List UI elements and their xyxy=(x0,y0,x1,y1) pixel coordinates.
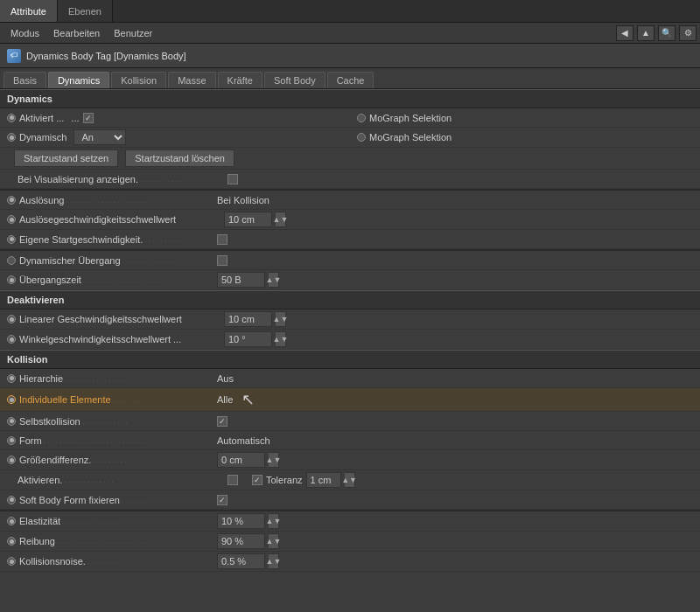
ausloesung-value: Bei Kollision xyxy=(217,195,270,205)
dynamisch-radio[interactable] xyxy=(7,133,16,142)
softbody-label-group: Soft Body Form fixieren ......... xyxy=(7,495,217,505)
dyn-uebergang-label-group: Dynamischer Übergang ................ xyxy=(7,255,217,266)
uebergangszeit-value: 50 B ▲▼ xyxy=(217,272,279,288)
toleranz-spin-btn[interactable]: ▲▼ xyxy=(345,472,355,488)
reibung-spin-btn[interactable]: ▲▼ xyxy=(269,533,279,549)
ausloesegeschw-radio[interactable] xyxy=(7,215,16,224)
search-icon[interactable]: 🔍 xyxy=(658,25,676,41)
kollisionsnoise-spin-btn[interactable]: ▲▼ xyxy=(269,553,279,569)
ausloesegeschw-spin-btn[interactable]: ▲▼ xyxy=(276,212,286,227)
form-label: Form xyxy=(19,435,42,446)
tab-softbody[interactable]: Soft Body xyxy=(264,72,326,88)
elastizitaet-spin-btn[interactable]: ▲▼ xyxy=(269,513,279,529)
tab-cache[interactable]: Cache xyxy=(327,72,374,88)
tab-kraefte[interactable]: Kräfte xyxy=(218,72,262,88)
tag-icon: 🏷 xyxy=(7,49,21,63)
winkel-spin-btn[interactable]: ▲▼ xyxy=(276,331,286,347)
reibung-label-group: Reibung ........................ xyxy=(7,536,217,546)
individuelle-label-group: Individuelle Elemente ........ xyxy=(7,394,217,405)
individuelle-radio[interactable] xyxy=(7,395,16,404)
settings-icon[interactable]: ⚙ xyxy=(679,25,696,41)
uebergangszeit-row: Übergangszeit ..................... 50 B… xyxy=(0,270,700,290)
tab-masse[interactable]: Masse xyxy=(168,72,215,88)
ausloesegeschw-spin[interactable]: 10 cm xyxy=(224,212,272,227)
tab-basis[interactable]: Basis xyxy=(4,72,46,88)
selbstkollision-checkbox[interactable] xyxy=(217,416,228,427)
toleranz-spin[interactable]: 1 cm xyxy=(306,472,341,488)
mograph1-radio[interactable] xyxy=(357,114,366,122)
hierarchie-radio[interactable] xyxy=(7,374,16,383)
form-text: Automatisch xyxy=(217,435,270,446)
dynamisch-dropdown[interactable]: An Aus xyxy=(74,129,126,145)
kollisionsnoise-spin[interactable]: 0.5 % xyxy=(217,553,265,569)
reibung-spin[interactable]: 90 % xyxy=(217,533,265,549)
softbody-checkbox[interactable] xyxy=(217,495,228,505)
groessendiff-spin[interactable]: 0 cm xyxy=(217,452,265,468)
dynamisch-row: Dynamisch An Aus MoGraph Selektion xyxy=(0,128,700,148)
eigene-start-label: Eigene Startgeschwindigkeit. xyxy=(19,234,143,245)
linear-radio[interactable] xyxy=(7,315,16,323)
selbstkollision-label: Selbstkollision xyxy=(19,416,80,427)
menu-icon-group: ◀ ▲ 🔍 ⚙ xyxy=(616,25,696,41)
reibung-radio[interactable] xyxy=(7,537,16,546)
tab-kollision[interactable]: Kollision xyxy=(111,72,166,88)
menu-modus[interactable]: Modus xyxy=(4,26,46,40)
aktiviert-row: Aktiviert ... ... MoGraph Selektion xyxy=(0,108,700,128)
linear-label-group: Linearer Geschwindigkeitsschwellwert xyxy=(7,314,217,324)
ausloesung-radio[interactable] xyxy=(7,196,16,205)
startzustand-loeschen-button[interactable]: Startzustand löschen xyxy=(125,150,234,167)
ausloesung-text: Bei Kollision xyxy=(217,195,270,205)
triangle-icon[interactable]: ▲ xyxy=(637,25,654,41)
startzustand-setzen-button[interactable]: Startzustand setzen xyxy=(14,150,118,167)
menu-bearbeiten[interactable]: Bearbeiten xyxy=(46,26,107,40)
uebergangszeit-label: Übergangszeit xyxy=(19,275,81,285)
back-icon[interactable]: ◀ xyxy=(616,25,634,41)
tab-attribute[interactable]: Attribute xyxy=(0,0,58,22)
aktiviert-checkbox[interactable] xyxy=(83,113,94,123)
dyn-uebergang-checkbox[interactable] xyxy=(217,255,228,266)
kollisionsnoise-row: Kollisionsnoise. ......... 0.5 % ▲▼ xyxy=(0,552,700,572)
softbody-row: Soft Body Form fixieren ......... xyxy=(0,490,700,510)
ausloesegeschw-value: 10 cm ▲▼ xyxy=(224,212,286,227)
individuelle-text: Alle xyxy=(217,394,233,405)
eigene-start-radio[interactable] xyxy=(7,235,16,244)
kollisionsnoise-radio[interactable] xyxy=(7,557,16,566)
uebergangszeit-spin-btn[interactable]: ▲▼ xyxy=(269,272,279,288)
visualisierung-checkbox[interactable] xyxy=(228,174,238,184)
tab-dynamics[interactable]: Dynamics xyxy=(48,72,109,88)
hierarchie-row: Hierarchie ................ Aus xyxy=(0,369,700,388)
winkel-spin[interactable]: 10 ° xyxy=(224,331,272,347)
elastizitaet-spin[interactable]: 10 % xyxy=(217,513,265,529)
elastizitaet-label-group: Elastizität ................. xyxy=(7,516,217,526)
linear-spin-btn[interactable]: ▲▼ xyxy=(276,311,286,327)
dyn-uebergang-value xyxy=(217,255,228,266)
mograph1-cell: MoGraph Selektion xyxy=(357,113,693,123)
eigene-start-row: Eigene Startgeschwindigkeit. ........... xyxy=(0,230,700,249)
eigene-start-checkbox[interactable] xyxy=(217,234,228,245)
groessendiff-spin-btn[interactable]: ▲▼ xyxy=(269,452,279,468)
aktiviert-label: Aktiviert ... xyxy=(19,113,64,123)
winkel-radio[interactable] xyxy=(7,335,16,344)
form-label-group: Form ........................... xyxy=(7,435,217,446)
groessendiff-radio[interactable] xyxy=(7,456,16,464)
reibung-row: Reibung ........................ 90 % ▲▼ xyxy=(0,532,700,552)
uebergangszeit-spin[interactable]: 50 B xyxy=(217,272,265,288)
mograph2-radio[interactable] xyxy=(357,133,366,142)
uebergangszeit-radio[interactable] xyxy=(7,275,16,284)
tab-ebenen[interactable]: Ebenen xyxy=(58,0,113,22)
toleranz-label: Toleranz xyxy=(266,475,303,485)
ausloesung-label-group: Auslösung ..................... xyxy=(7,195,217,205)
softbody-radio[interactable] xyxy=(7,496,16,504)
deaktivieren-section-header: Deaktivieren xyxy=(0,290,700,309)
selbstkollision-radio[interactable] xyxy=(7,417,16,426)
dyn-uebergang-radio[interactable] xyxy=(7,256,16,265)
form-radio[interactable] xyxy=(7,436,16,445)
groessendiff-row: Größendifferenz. ......... 0 cm ▲▼ xyxy=(0,450,700,470)
menu-benutzer[interactable]: Benutzer xyxy=(107,26,159,40)
aktivieren-checkbox[interactable] xyxy=(228,475,238,485)
toleranz-checkbox[interactable] xyxy=(252,475,262,485)
ausloesegeschw-label: Auslösegeschwindigkeitsschwellwert xyxy=(19,214,176,225)
linear-spin[interactable]: 10 cm xyxy=(224,311,272,327)
elastizitaet-radio[interactable] xyxy=(7,517,16,525)
aktiviert-radio[interactable] xyxy=(7,114,16,122)
